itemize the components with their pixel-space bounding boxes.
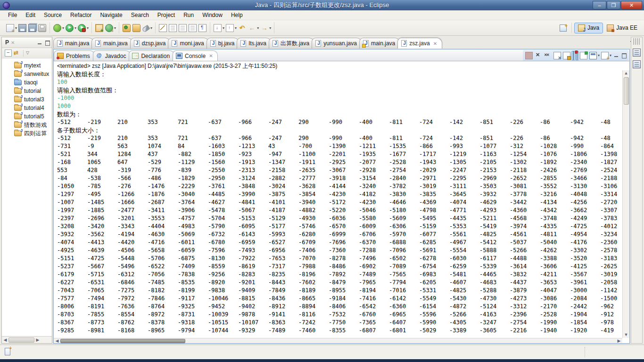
editor-tab-dzsp-java[interactable]: dzsp.java [130,38,171,49]
editor-tab-zsz-java[interactable]: zsz.java✕ [397,38,442,49]
menu-navigate[interactable]: Navigate [96,11,126,19]
view-tab-declaration[interactable]: Declaration [129,50,174,61]
console-output[interactable]: 请输入数组长度：100请输入数组数值范围：-10001000数组为：-512-2… [54,70,622,338]
scrollbar-thumb[interactable] [60,339,185,343]
back-icon[interactable]: ← [248,24,256,32]
scroll-left-icon[interactable]: ◀ [2,337,8,342]
view-tab-problems[interactable]: Problems [54,50,95,61]
view-tab-javadoc[interactable]: Javadoc [93,50,131,61]
close-tab-icon[interactable]: ✕ [209,53,213,58]
minimize-button[interactable]: – [593,1,606,9]
perspective-java-button[interactable]: Java [574,23,603,33]
link-with-editor-icon[interactable]: ⇄ [14,49,21,57]
previous-annotation-icon[interactable] [226,24,234,32]
run-dropdown-icon[interactable]: ▾ [74,26,76,30]
display-selected-console-icon[interactable] [589,52,597,59]
open-perspective-icon[interactable] [560,25,567,32]
quick-access-icon[interactable] [5,348,10,355]
editor-tab-main-java[interactable]: main.java [91,38,132,49]
package-explorer-tab[interactable]: P ✕ [2,37,52,48]
forward-dropdown-icon[interactable]: ▾ [269,26,271,30]
scrollbar-thumb[interactable] [8,337,34,343]
editor-tab-lts-java[interactable]: lts.java [237,38,271,49]
menu-refactor[interactable]: Refactor [66,11,96,19]
editor-tab-main-java[interactable]: main.java [53,38,94,49]
search-dropdown-icon[interactable]: ▾ [150,26,152,30]
open-type-icon[interactable] [123,24,131,32]
menu-help[interactable]: Help [227,11,247,19]
menu-edit[interactable]: Edit [21,11,40,19]
drag-handle[interactable] [633,38,640,45]
show-whitespace-icon[interactable] [169,24,177,32]
last-edit-location-icon[interactable]: ↶ [238,24,246,32]
view-menu-icon[interactable]: ▽ [26,49,33,57]
editor-tab-yunsuan-java[interactable]: yunsuan.java [312,38,362,49]
scroll-right-icon[interactable]: ▶ [616,338,622,343]
terminate-icon[interactable] [525,52,533,59]
maximize-console-icon[interactable] [621,53,627,58]
sidebar-horizontal-scrollbar[interactable]: ◀ ▶ [2,336,52,343]
scroll-up-icon[interactable]: ▲ [623,70,629,76]
collapse-all-icon[interactable] [5,49,12,57]
sidebar-item-四则运算[interactable]: 四则运算 [14,129,52,138]
previous-annotation-dropdown-icon[interactable]: ▾ [235,26,237,30]
new-wizard-dropdown-icon[interactable]: ▾ [15,26,17,30]
close-view-icon[interactable]: ✕ [11,40,15,45]
scroll-right-icon[interactable]: ▶ [34,337,41,342]
editor-tab-bj-java[interactable]: bj.java [206,38,240,49]
console-vertical-scrollbar[interactable]: ▲ ▼ [622,70,629,338]
forward-icon[interactable]: → [260,24,268,32]
menu-run[interactable]: Run [179,11,198,19]
clear-console-icon[interactable] [553,52,561,59]
menu-project[interactable]: Project [153,11,179,19]
minimized-view-icon[interactable] [633,49,641,57]
editor-tab-出算数-java[interactable]: 出算数.java [269,38,314,49]
pin-console-icon[interactable] [580,52,587,59]
maximize-view-icon[interactable] [44,40,50,45]
debug-dropdown-icon[interactable]: ▾ [62,26,64,30]
new-class-icon[interactable] [105,24,113,32]
menu-file[interactable]: File [4,11,21,19]
remove-launch-icon[interactable] [535,52,542,59]
minimize-console-icon[interactable] [613,53,619,58]
show-console-on-stderr-icon[interactable] [577,51,578,60]
open-console-icon[interactable] [601,52,609,59]
scroll-lock-icon[interactable] [563,52,570,59]
block-selection-icon[interactable] [179,24,187,32]
run-external-icon[interactable] [78,24,86,32]
perspective-javaee-button[interactable]: Java EE [603,23,641,33]
maximize-button[interactable]: ❐ [607,1,620,9]
open-resource-icon[interactable] [132,24,140,32]
run-external-dropdown-icon[interactable]: ▾ [87,26,89,30]
next-annotation-icon[interactable] [214,24,222,32]
console-horizontal-scrollbar[interactable]: ◀ ▶ [54,338,622,343]
view-tab-console[interactable]: Console✕ [173,50,217,61]
close-button[interactable]: ✕ [621,1,642,9]
minimized-view-icon[interactable] [633,60,641,68]
scroll-left-icon[interactable]: ◀ [54,338,60,343]
debug-icon[interactable] [53,24,61,32]
new-java-project-icon[interactable] [95,24,103,32]
format-icon[interactable] [198,24,206,32]
menu-window[interactable]: Window [198,11,227,19]
search-icon[interactable] [142,25,150,33]
minimize-view-icon[interactable] [37,40,43,45]
editor-tab-main-java[interactable]: main.java [359,38,400,49]
save-icon[interactable] [18,24,26,32]
sidebar-item-sanweitux[interactable]: sanweitux [14,70,52,78]
print-icon[interactable] [38,24,46,32]
editor-tab-moni-java[interactable]: moni.java [168,38,209,49]
menu-search[interactable]: Search [127,11,153,19]
show-console-on-stdout-icon[interactable] [573,51,574,60]
run-icon[interactable] [66,24,74,32]
save-all-icon[interactable] [28,24,36,32]
scroll-down-icon[interactable]: ▼ [623,332,629,338]
new-class-dropdown-icon[interactable]: ▾ [114,26,116,30]
remove-all-terminated-icon[interactable] [544,52,552,59]
scrollbar-thumb[interactable] [624,77,629,105]
close-tab-icon[interactable]: ✕ [433,41,437,46]
menu-source[interactable]: Source [40,11,66,19]
show-source-icon[interactable] [189,24,197,32]
next-annotation-dropdown-icon[interactable]: ▾ [223,26,224,30]
mark-occurrences-icon[interactable] [159,24,167,32]
